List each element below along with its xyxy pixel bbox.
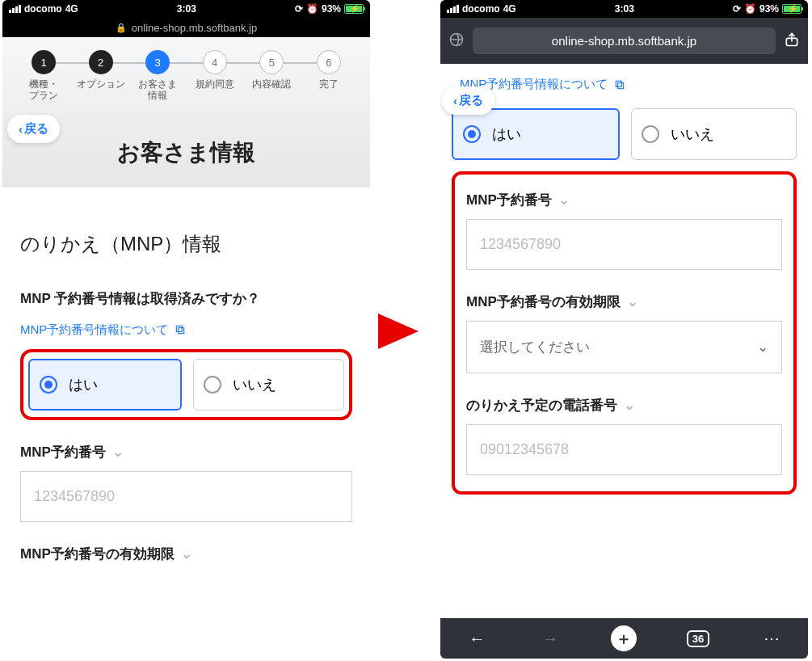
radio-no[interactable]: いいえ bbox=[193, 359, 345, 410]
radio-group-highlight: はい いいえ bbox=[20, 349, 352, 420]
wizard-step-5: 5内容確認 bbox=[243, 50, 300, 102]
menu-icon[interactable]: ⋯ bbox=[759, 626, 784, 650]
wizard-step-label: 規約同意 bbox=[187, 79, 243, 91]
info-link[interactable]: MNP予約番号情報について bbox=[460, 77, 797, 92]
svg-rect-0 bbox=[177, 326, 183, 331]
form-highlight: MNP予約番号 ⌄ MNP予約番号の有効期限 ⌄ 選択してください ⌄ のりかえ… bbox=[452, 171, 797, 495]
field-label-phone: のりかえ予定の電話番号 ⌄ bbox=[466, 396, 782, 415]
chevron-down-icon: ⌄ bbox=[181, 545, 192, 562]
wizard-step-4: 4規約同意 bbox=[187, 50, 243, 102]
url-text: online-shop.mb.softbank.jp bbox=[132, 22, 257, 34]
external-link-icon bbox=[614, 79, 625, 91]
mnp-expiry-select[interactable]: 選択してください ⌄ bbox=[466, 321, 782, 373]
lock-icon: 🔒 bbox=[116, 23, 127, 33]
question-label: MNP 予約番号情報は取得済みですか？ bbox=[20, 289, 352, 308]
field-label-mnp-number: MNP予約番号 ⌄ bbox=[466, 191, 782, 209]
wizard-step-label: お客さま 情報 bbox=[129, 79, 186, 102]
radio-dot-icon bbox=[463, 125, 481, 143]
alarm-icon: ⏰ bbox=[306, 3, 318, 15]
phone-left: docomo 4G 3:03 ⟳ ⏰ 93% ⚡ 🔒 online-shop.m… bbox=[2, 0, 370, 659]
browser-bottom-bar: ← → ＋ 36 ⋯ bbox=[440, 618, 808, 659]
select-placeholder: 選択してください bbox=[480, 338, 590, 356]
info-link-text: MNP予約番号情報について bbox=[20, 322, 168, 338]
info-link[interactable]: MNP予約番号情報について bbox=[20, 322, 352, 338]
wizard-step-circle: 6 bbox=[317, 50, 341, 74]
clock: 3:03 bbox=[177, 3, 196, 15]
wizard-header: 1機種・ プラン2オプション3お客さま 情報4規約同意5内容確認6完了 ‹ 戻る… bbox=[2, 37, 370, 187]
radio-dot-icon bbox=[642, 125, 659, 143]
status-bar: docomo 4G 3:03 ⟳ ⏰ 93% ⚡ bbox=[2, 0, 370, 18]
svg-rect-5 bbox=[616, 81, 622, 86]
alarm-icon: ⏰ bbox=[744, 3, 756, 15]
mnp-number-input[interactable] bbox=[466, 219, 782, 270]
arrow-icon bbox=[374, 307, 423, 359]
radio-yes-label: はい bbox=[69, 375, 98, 394]
svg-rect-1 bbox=[179, 328, 184, 334]
phone-right: docomo 4G 3:03 ⟳ ⏰ 93% ⚡ online-shop.mb.… bbox=[440, 0, 808, 659]
radio-yes-label: はい bbox=[492, 124, 521, 144]
battery-icon: ⚡ bbox=[782, 4, 801, 14]
svg-marker-2 bbox=[378, 314, 419, 349]
wizard-step-label: オプション bbox=[73, 79, 129, 91]
tabs-button[interactable]: 36 bbox=[686, 626, 710, 650]
chevron-down-icon: ⌄ bbox=[624, 397, 635, 414]
network: 4G bbox=[65, 3, 78, 15]
wizard-step-circle: 3 bbox=[145, 50, 170, 74]
back-button[interactable]: ‹ 戻る bbox=[442, 86, 494, 115]
field-label-mnp-number: MNP予約番号 ⌄ bbox=[20, 443, 352, 461]
form-body: MNP予約番号情報について ‹ 戻る はい いいえ MNP予約番号 ⌄ bbox=[440, 64, 808, 495]
chevron-down-icon: ⌄ bbox=[112, 444, 124, 461]
carrier: docomo bbox=[24, 3, 62, 15]
radio-yes[interactable]: はい bbox=[28, 359, 182, 410]
radio-no-label: いいえ bbox=[233, 375, 276, 394]
battery-percent: 93% bbox=[322, 3, 341, 15]
page-title: お客さま情報 bbox=[11, 137, 362, 168]
signal-icon bbox=[9, 5, 21, 13]
nav-back-icon[interactable]: ← bbox=[465, 626, 489, 650]
wizard-step-circle: 5 bbox=[259, 50, 284, 74]
radio-group: はい いいえ bbox=[452, 103, 797, 160]
status-bar: docomo 4G 3:03 ⟳ ⏰ 93% ⚡ bbox=[440, 0, 808, 18]
chevron-down-icon: ⌄ bbox=[558, 192, 570, 208]
url-bar: online-shop.mb.softbank.jp bbox=[440, 18, 808, 64]
nav-forward-icon[interactable]: → bbox=[538, 626, 562, 650]
radio-dot-icon bbox=[40, 376, 57, 394]
carrier: docomo bbox=[462, 3, 500, 15]
form-card: のりかえ（MNP）情報 MNP 予約番号情報は取得済みですか？ MNP予約番号情… bbox=[2, 200, 370, 581]
battery-percent: 93% bbox=[759, 3, 779, 15]
orientation-lock-icon: ⟳ bbox=[733, 3, 741, 15]
clock: 3:03 bbox=[615, 3, 634, 15]
wizard-step-2: 2オプション bbox=[73, 50, 129, 102]
field-label-mnp-expiry: MNP予約番号の有効期限 ⌄ bbox=[20, 545, 352, 563]
new-tab-icon[interactable]: ＋ bbox=[611, 625, 637, 651]
wizard-step-circle: 1 bbox=[32, 50, 56, 74]
wizard-steps: 1機種・ プラン2オプション3お客さま 情報4規約同意5内容確認6完了 bbox=[11, 50, 362, 110]
share-icon[interactable] bbox=[784, 31, 800, 52]
wizard-step-label: 完了 bbox=[301, 79, 357, 91]
external-link-icon bbox=[175, 324, 186, 335]
radio-no-label: いいえ bbox=[671, 124, 714, 144]
wizard-step-6: 6完了 bbox=[301, 50, 357, 102]
wizard-step-circle: 2 bbox=[89, 50, 113, 74]
signal-icon bbox=[447, 5, 459, 13]
orientation-lock-icon: ⟳ bbox=[295, 3, 303, 15]
field-label-mnp-expiry: MNP予約番号の有効期限 ⌄ bbox=[466, 293, 782, 311]
chevron-left-icon: ‹ bbox=[453, 94, 457, 107]
chevron-down-icon: ⌄ bbox=[757, 339, 768, 356]
back-button[interactable]: ‹ 戻る bbox=[7, 115, 60, 143]
phone-input[interactable] bbox=[466, 424, 782, 475]
network: 4G bbox=[503, 3, 516, 15]
mnp-number-input[interactable] bbox=[20, 471, 352, 522]
radio-no[interactable]: いいえ bbox=[631, 108, 797, 160]
chevron-down-icon: ⌄ bbox=[627, 293, 638, 310]
url-bar[interactable]: 🔒 online-shop.mb.softbank.jp bbox=[2, 18, 370, 37]
wizard-step-label: 内容確認 bbox=[243, 79, 300, 91]
svg-rect-6 bbox=[618, 82, 624, 88]
site-settings-icon[interactable] bbox=[448, 32, 465, 51]
url-text[interactable]: online-shop.mb.softbank.jp bbox=[473, 27, 776, 54]
back-label: 戻る bbox=[24, 121, 48, 137]
battery-icon: ⚡ bbox=[344, 4, 364, 14]
radio-yes[interactable]: はい bbox=[452, 108, 620, 160]
back-label: 戻る bbox=[459, 93, 483, 108]
wizard-step-3: 3お客さま 情報 bbox=[129, 50, 186, 102]
